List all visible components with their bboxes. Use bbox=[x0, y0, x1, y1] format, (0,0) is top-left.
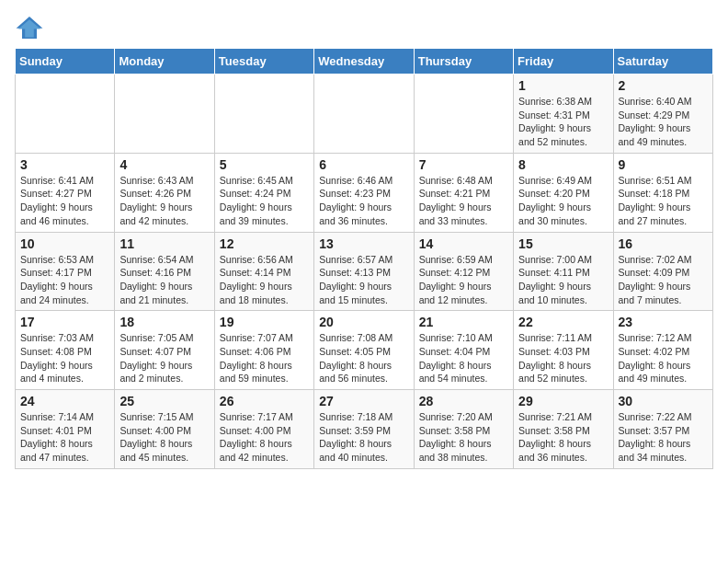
calendar-cell: 4Sunrise: 6:43 AM Sunset: 4:26 PM Daylig… bbox=[115, 153, 214, 232]
day-number: 23 bbox=[619, 315, 708, 329]
day-info: Sunrise: 7:20 AM Sunset: 3:58 PM Dayligh… bbox=[419, 410, 508, 465]
weekday-header-sunday: Sunday bbox=[16, 49, 115, 75]
day-number: 7 bbox=[419, 157, 508, 172]
day-info: Sunrise: 7:15 AM Sunset: 4:00 PM Dayligh… bbox=[119, 410, 209, 465]
calendar-cell: 7Sunrise: 6:48 AM Sunset: 4:21 PM Daylig… bbox=[414, 153, 513, 232]
calendar-cell: 25Sunrise: 7:15 AM Sunset: 4:00 PM Dayli… bbox=[115, 390, 214, 469]
calendar-week-row: 10Sunrise: 6:53 AM Sunset: 4:17 PM Dayli… bbox=[16, 232, 713, 311]
calendar-cell: 22Sunrise: 7:11 AM Sunset: 4:03 PM Dayli… bbox=[514, 311, 613, 390]
calendar-cell: 28Sunrise: 7:20 AM Sunset: 3:58 PM Dayli… bbox=[414, 390, 513, 469]
weekday-header-saturday: Saturday bbox=[613, 49, 712, 75]
calendar-cell: 1Sunrise: 6:38 AM Sunset: 4:31 PM Daylig… bbox=[514, 75, 613, 154]
calendar-cell: 14Sunrise: 6:59 AM Sunset: 4:12 PM Dayli… bbox=[414, 232, 513, 311]
logo-icon bbox=[15, 15, 44, 40]
day-number: 3 bbox=[20, 157, 109, 172]
calendar-week-row: 17Sunrise: 7:03 AM Sunset: 4:08 PM Dayli… bbox=[16, 311, 713, 390]
weekday-header-friday: Friday bbox=[514, 49, 613, 75]
calendar-week-row: 3Sunrise: 6:41 AM Sunset: 4:27 PM Daylig… bbox=[16, 153, 713, 232]
day-info: Sunrise: 6:40 AM Sunset: 4:29 PM Dayligh… bbox=[619, 95, 708, 149]
calendar-cell: 12Sunrise: 6:56 AM Sunset: 4:14 PM Dayli… bbox=[214, 232, 313, 311]
day-number: 6 bbox=[319, 157, 408, 172]
calendar-cell bbox=[314, 75, 414, 154]
day-number: 27 bbox=[319, 394, 408, 408]
calendar-cell: 13Sunrise: 6:57 AM Sunset: 4:13 PM Dayli… bbox=[314, 232, 414, 311]
calendar-week-row: 24Sunrise: 7:14 AM Sunset: 4:01 PM Dayli… bbox=[16, 390, 713, 469]
day-info: Sunrise: 7:14 AM Sunset: 4:01 PM Dayligh… bbox=[20, 410, 109, 465]
day-info: Sunrise: 6:59 AM Sunset: 4:12 PM Dayligh… bbox=[419, 253, 508, 307]
calendar-cell: 19Sunrise: 7:07 AM Sunset: 4:06 PM Dayli… bbox=[214, 311, 313, 390]
day-info: Sunrise: 6:45 AM Sunset: 4:24 PM Dayligh… bbox=[220, 174, 309, 228]
calendar-cell: 15Sunrise: 7:00 AM Sunset: 4:11 PM Dayli… bbox=[514, 232, 613, 311]
day-info: Sunrise: 6:51 AM Sunset: 4:18 PM Dayligh… bbox=[619, 174, 708, 228]
calendar-cell: 20Sunrise: 7:08 AM Sunset: 4:05 PM Dayli… bbox=[314, 311, 414, 390]
day-number: 19 bbox=[220, 315, 309, 329]
day-number: 14 bbox=[419, 236, 508, 251]
day-number: 10 bbox=[20, 236, 109, 251]
day-info: Sunrise: 6:41 AM Sunset: 4:27 PM Dayligh… bbox=[20, 174, 109, 228]
day-number: 1 bbox=[518, 78, 608, 93]
weekday-header-thursday: Thursday bbox=[414, 49, 513, 75]
day-number: 18 bbox=[119, 315, 209, 329]
day-number: 20 bbox=[319, 315, 408, 329]
day-number: 4 bbox=[119, 157, 209, 172]
day-info: Sunrise: 7:00 AM Sunset: 4:11 PM Dayligh… bbox=[518, 253, 608, 307]
calendar-cell: 18Sunrise: 7:05 AM Sunset: 4:07 PM Dayli… bbox=[115, 311, 214, 390]
day-number: 8 bbox=[518, 157, 608, 172]
day-info: Sunrise: 6:43 AM Sunset: 4:26 PM Dayligh… bbox=[119, 174, 209, 228]
day-info: Sunrise: 7:10 AM Sunset: 4:04 PM Dayligh… bbox=[419, 331, 508, 385]
calendar-cell bbox=[214, 75, 313, 154]
calendar-cell: 24Sunrise: 7:14 AM Sunset: 4:01 PM Dayli… bbox=[16, 390, 115, 469]
calendar-cell: 5Sunrise: 6:45 AM Sunset: 4:24 PM Daylig… bbox=[214, 153, 313, 232]
day-info: Sunrise: 6:56 AM Sunset: 4:14 PM Dayligh… bbox=[220, 253, 309, 307]
day-info: Sunrise: 7:12 AM Sunset: 4:02 PM Dayligh… bbox=[619, 331, 708, 385]
day-info: Sunrise: 6:57 AM Sunset: 4:13 PM Dayligh… bbox=[319, 253, 408, 307]
svg-marker-1 bbox=[18, 19, 40, 37]
calendar-cell: 23Sunrise: 7:12 AM Sunset: 4:02 PM Dayli… bbox=[613, 311, 712, 390]
day-number: 15 bbox=[518, 236, 608, 251]
day-number: 30 bbox=[619, 394, 708, 408]
day-number: 22 bbox=[518, 315, 608, 329]
day-info: Sunrise: 6:49 AM Sunset: 4:20 PM Dayligh… bbox=[518, 174, 608, 228]
day-info: Sunrise: 7:08 AM Sunset: 4:05 PM Dayligh… bbox=[319, 331, 408, 385]
calendar-cell: 9Sunrise: 6:51 AM Sunset: 4:18 PM Daylig… bbox=[613, 153, 712, 232]
calendar-cell bbox=[115, 75, 214, 154]
logo bbox=[15, 15, 48, 40]
day-info: Sunrise: 7:05 AM Sunset: 4:07 PM Dayligh… bbox=[119, 331, 209, 385]
calendar-cell: 3Sunrise: 6:41 AM Sunset: 4:27 PM Daylig… bbox=[16, 153, 115, 232]
calendar-cell: 6Sunrise: 6:46 AM Sunset: 4:23 PM Daylig… bbox=[314, 153, 414, 232]
header bbox=[15, 15, 713, 40]
day-number: 26 bbox=[220, 394, 309, 408]
day-info: Sunrise: 7:03 AM Sunset: 4:08 PM Dayligh… bbox=[20, 331, 109, 385]
calendar-cell: 26Sunrise: 7:17 AM Sunset: 4:00 PM Dayli… bbox=[214, 390, 313, 469]
day-info: Sunrise: 7:21 AM Sunset: 3:58 PM Dayligh… bbox=[518, 410, 608, 465]
calendar-cell: 2Sunrise: 6:40 AM Sunset: 4:29 PM Daylig… bbox=[613, 75, 712, 154]
day-info: Sunrise: 7:22 AM Sunset: 3:57 PM Dayligh… bbox=[619, 410, 708, 465]
calendar-week-row: 1Sunrise: 6:38 AM Sunset: 4:31 PM Daylig… bbox=[16, 75, 713, 154]
day-info: Sunrise: 6:53 AM Sunset: 4:17 PM Dayligh… bbox=[20, 253, 109, 307]
day-info: Sunrise: 6:46 AM Sunset: 4:23 PM Dayligh… bbox=[319, 174, 408, 228]
calendar-cell: 17Sunrise: 7:03 AM Sunset: 4:08 PM Dayli… bbox=[16, 311, 115, 390]
calendar-cell: 8Sunrise: 6:49 AM Sunset: 4:20 PM Daylig… bbox=[514, 153, 613, 232]
weekday-header-monday: Monday bbox=[115, 49, 214, 75]
day-info: Sunrise: 7:07 AM Sunset: 4:06 PM Dayligh… bbox=[220, 331, 309, 385]
day-info: Sunrise: 7:02 AM Sunset: 4:09 PM Dayligh… bbox=[619, 253, 708, 307]
day-info: Sunrise: 6:48 AM Sunset: 4:21 PM Dayligh… bbox=[419, 174, 508, 228]
day-info: Sunrise: 7:17 AM Sunset: 4:00 PM Dayligh… bbox=[220, 410, 309, 465]
calendar-cell: 29Sunrise: 7:21 AM Sunset: 3:58 PM Dayli… bbox=[514, 390, 613, 469]
day-number: 29 bbox=[518, 394, 608, 408]
day-number: 21 bbox=[419, 315, 508, 329]
day-info: Sunrise: 7:11 AM Sunset: 4:03 PM Dayligh… bbox=[518, 331, 608, 385]
day-number: 24 bbox=[20, 394, 109, 408]
calendar-cell: 11Sunrise: 6:54 AM Sunset: 4:16 PM Dayli… bbox=[115, 232, 214, 311]
day-number: 17 bbox=[20, 315, 109, 329]
day-info: Sunrise: 7:18 AM Sunset: 3:59 PM Dayligh… bbox=[319, 410, 408, 465]
day-info: Sunrise: 6:54 AM Sunset: 4:16 PM Dayligh… bbox=[119, 253, 209, 307]
calendar-cell: 10Sunrise: 6:53 AM Sunset: 4:17 PM Dayli… bbox=[16, 232, 115, 311]
day-number: 5 bbox=[220, 157, 309, 172]
day-number: 2 bbox=[619, 78, 708, 93]
calendar-cell: 16Sunrise: 7:02 AM Sunset: 4:09 PM Dayli… bbox=[613, 232, 712, 311]
calendar-cell: 27Sunrise: 7:18 AM Sunset: 3:59 PM Dayli… bbox=[314, 390, 414, 469]
weekday-header-tuesday: Tuesday bbox=[214, 49, 313, 75]
calendar-cell: 30Sunrise: 7:22 AM Sunset: 3:57 PM Dayli… bbox=[613, 390, 712, 469]
day-number: 16 bbox=[619, 236, 708, 251]
